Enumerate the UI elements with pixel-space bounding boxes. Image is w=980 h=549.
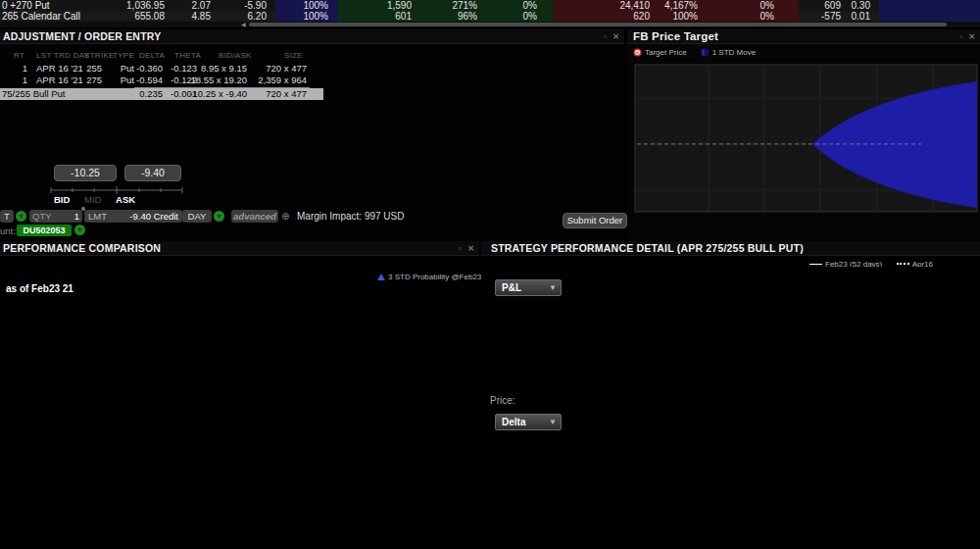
strategy-detail-charts[interactable]: [481, 241, 980, 549]
order-leg-cell: 2,359 x 964: [242, 75, 307, 86]
order-leg-cell: 1: [0, 75, 27, 86]
cell-band: [879, 0, 980, 11]
position-cell: 100%: [629, 11, 698, 22]
options-trading-workspace: 0 +270 Put1,036.952.07-5.90100%1,590271%…: [0, 0, 980, 549]
order-leg-row[interactable]: 1APR 16 '21255Put-0.360-0.1238.95 x 9.15…: [0, 63, 323, 75]
price-ruler[interactable]: [49, 186, 186, 194]
panel-order-entry: ADJUSTMENT / ORDER ENTRY ▫ ✕ RTLST TRD D…: [0, 29, 624, 239]
order-entry-title-text: ADJUSTMENT / ORDER ENTRY: [3, 30, 161, 42]
column-header: DELTA: [139, 51, 165, 60]
ask-anchor-label[interactable]: ASK: [116, 194, 135, 205]
position-cell: 601: [343, 11, 412, 22]
ask-price-button[interactable]: -9.40: [124, 165, 181, 181]
column-header: BID/ASK: [219, 51, 252, 60]
order-side-select[interactable]: T: [0, 210, 14, 223]
order-leg-cell: 1: [0, 63, 27, 75]
scrollbar-thumb[interactable]: [249, 23, 947, 26]
position-row-label: 0 +270 Put: [2, 0, 50, 11]
position-cell: 100%: [260, 11, 328, 22]
tif-dropdown-icon[interactable]: ▾: [214, 211, 224, 222]
position-cell: -5.90: [198, 0, 267, 11]
performance-comparison-chart[interactable]: [0, 241, 479, 549]
order-leg-cell: 720 x 477: [242, 63, 307, 75]
position-cell: 0%: [468, 0, 537, 11]
account-label: unt:: [0, 225, 16, 236]
advanced-button[interactable]: advanced: [231, 210, 278, 223]
mid-anchor-label[interactable]: MID: [84, 194, 101, 205]
fb-price-chart[interactable]: [627, 29, 980, 239]
position-cell: 0%: [468, 11, 537, 22]
bid-anchor-label[interactable]: BID: [54, 194, 70, 205]
order-entry-table: RTLST TRD DAYSTRIKETYPEDELTATHETABID/ASK…: [0, 47, 624, 125]
panel-options-icon[interactable]: ▫: [604, 32, 609, 41]
position-cell: 0.01: [802, 11, 870, 22]
cell-band: [879, 11, 980, 22]
scrollbar-left-arrow-icon[interactable]: ◀: [241, 22, 246, 27]
position-cell: 96%: [409, 11, 477, 22]
bid-price-button[interactable]: -10.25: [54, 165, 117, 181]
margin-impact: Margin Impact: 997 USD: [297, 211, 405, 222]
side-dropdown-icon[interactable]: ▾: [16, 211, 26, 222]
column-header: SIZE: [284, 51, 303, 60]
order-summary-cell: -10.25 x -9.40: [169, 88, 247, 100]
quantity-stepper[interactable]: QTY 1: [29, 210, 82, 223]
position-cell: 0%: [706, 0, 774, 11]
panel-performance-comparison: PERFORMANCE COMPARISON ▫ ✕ 3 STD Probabi…: [0, 241, 479, 549]
tif-select[interactable]: DAY: [182, 210, 212, 223]
position-row-label: 265 Calendar Call: [2, 11, 80, 22]
account-dropdown-icon[interactable]: ▾: [74, 225, 85, 235]
column-header: LST TRD DAY: [36, 51, 89, 60]
order-leg-cell: 8.95 x 9.15: [182, 63, 247, 75]
position-cell: 0.30: [802, 0, 870, 11]
position-cell: 1,590: [343, 0, 412, 11]
order-summary-cell: 720 x 477: [248, 88, 307, 100]
column-header: TYPE: [113, 51, 134, 60]
order-summary-label: 75/255 Bull Put: [2, 88, 65, 100]
close-icon[interactable]: ✕: [612, 32, 621, 41]
horizontal-scrollbar[interactable]: ◀: [0, 22, 980, 27]
position-cell: 271%: [409, 0, 477, 11]
submit-order-button[interactable]: Submit Order: [563, 213, 627, 228]
position-cell: 0%: [706, 11, 774, 22]
position-cell: 4,167%: [629, 0, 698, 11]
advanced-plus-icon[interactable]: ⊕: [281, 211, 289, 222]
positions-strip: 0 +270 Put1,036.952.07-5.90100%1,590271%…: [0, 0, 980, 22]
column-header: STRIKE: [84, 51, 115, 60]
panel-price-target: FB Price Target ▫ ✕ Target Price 1 STD M…: [627, 29, 980, 239]
position-cell: 6.20: [198, 11, 267, 22]
order-type-price[interactable]: LMT -9.40 Credit: [84, 210, 182, 223]
order-summary-row[interactable]: 75/255 Bull Put0.235-0.001-10.25 x -9.40…: [0, 88, 323, 100]
column-header: RT: [14, 51, 24, 60]
order-entry-title: ADJUSTMENT / ORDER ENTRY ▫ ✕: [0, 29, 624, 44]
column-header: THETA: [174, 51, 201, 60]
position-cell: 100%: [260, 0, 328, 11]
order-leg-cell: 18.55 x 19.20: [182, 75, 247, 86]
summary-separator: [134, 87, 310, 88]
order-leg-row[interactable]: 1APR 16 '21275Put-0.594-0.12218.55 x 19.…: [0, 75, 323, 86]
panel-strategy-detail: STRATEGY PERFORMANCE DETAIL (APR 275/255…: [481, 241, 980, 549]
account-value[interactable]: DU502053: [17, 225, 72, 236]
